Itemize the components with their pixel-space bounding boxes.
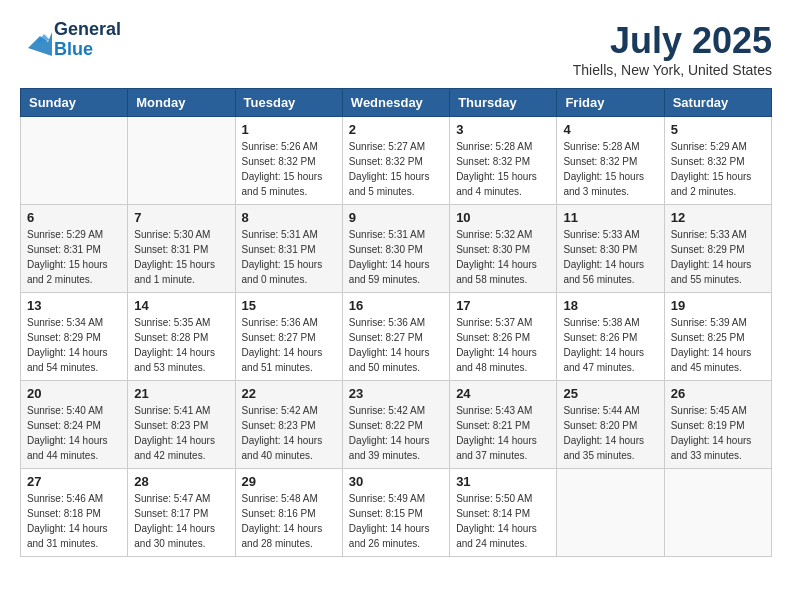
day-info: Sunrise: 5:30 AMSunset: 8:31 PMDaylight:…: [134, 227, 228, 287]
day-info: Sunrise: 5:37 AMSunset: 8:26 PMDaylight:…: [456, 315, 550, 375]
day-number: 18: [563, 298, 657, 313]
day-number: 1: [242, 122, 336, 137]
logo-general-text: General: [54, 20, 121, 40]
day-info: Sunrise: 5:31 AMSunset: 8:30 PMDaylight:…: [349, 227, 443, 287]
day-info: Sunrise: 5:39 AMSunset: 8:25 PMDaylight:…: [671, 315, 765, 375]
calendar-cell: 14Sunrise: 5:35 AMSunset: 8:28 PMDayligh…: [128, 293, 235, 381]
calendar-cell: 26Sunrise: 5:45 AMSunset: 8:19 PMDayligh…: [664, 381, 771, 469]
logo-name: General Blue: [54, 20, 121, 60]
day-info: Sunrise: 5:49 AMSunset: 8:15 PMDaylight:…: [349, 491, 443, 551]
day-number: 16: [349, 298, 443, 313]
main-title: July 2025: [573, 20, 772, 62]
calendar-cell: 4Sunrise: 5:28 AMSunset: 8:32 PMDaylight…: [557, 117, 664, 205]
day-number: 15: [242, 298, 336, 313]
day-info: Sunrise: 5:38 AMSunset: 8:26 PMDaylight:…: [563, 315, 657, 375]
calendar-cell: [664, 469, 771, 557]
calendar-cell: [21, 117, 128, 205]
day-info: Sunrise: 5:33 AMSunset: 8:30 PMDaylight:…: [563, 227, 657, 287]
page-header: General Blue July 2025 Thiells, New York…: [20, 20, 772, 78]
calendar-week-row: 6Sunrise: 5:29 AMSunset: 8:31 PMDaylight…: [21, 205, 772, 293]
calendar-cell: 7Sunrise: 5:30 AMSunset: 8:31 PMDaylight…: [128, 205, 235, 293]
day-number: 23: [349, 386, 443, 401]
day-info: Sunrise: 5:34 AMSunset: 8:29 PMDaylight:…: [27, 315, 121, 375]
calendar-cell: 24Sunrise: 5:43 AMSunset: 8:21 PMDayligh…: [450, 381, 557, 469]
day-of-week-header: Friday: [557, 89, 664, 117]
day-info: Sunrise: 5:47 AMSunset: 8:17 PMDaylight:…: [134, 491, 228, 551]
logo: General Blue: [20, 20, 121, 60]
calendar-cell: [557, 469, 664, 557]
day-number: 2: [349, 122, 443, 137]
days-of-week-row: SundayMondayTuesdayWednesdayThursdayFrid…: [21, 89, 772, 117]
calendar-body: 1Sunrise: 5:26 AMSunset: 8:32 PMDaylight…: [21, 117, 772, 557]
day-info: Sunrise: 5:41 AMSunset: 8:23 PMDaylight:…: [134, 403, 228, 463]
calendar-cell: 22Sunrise: 5:42 AMSunset: 8:23 PMDayligh…: [235, 381, 342, 469]
calendar-cell: 11Sunrise: 5:33 AMSunset: 8:30 PMDayligh…: [557, 205, 664, 293]
day-of-week-header: Tuesday: [235, 89, 342, 117]
day-info: Sunrise: 5:29 AMSunset: 8:32 PMDaylight:…: [671, 139, 765, 199]
calendar-header: SundayMondayTuesdayWednesdayThursdayFrid…: [21, 89, 772, 117]
calendar-cell: 10Sunrise: 5:32 AMSunset: 8:30 PMDayligh…: [450, 205, 557, 293]
day-info: Sunrise: 5:31 AMSunset: 8:31 PMDaylight:…: [242, 227, 336, 287]
calendar-cell: 17Sunrise: 5:37 AMSunset: 8:26 PMDayligh…: [450, 293, 557, 381]
day-info: Sunrise: 5:28 AMSunset: 8:32 PMDaylight:…: [456, 139, 550, 199]
day-number: 11: [563, 210, 657, 225]
day-info: Sunrise: 5:26 AMSunset: 8:32 PMDaylight:…: [242, 139, 336, 199]
calendar-cell: 12Sunrise: 5:33 AMSunset: 8:29 PMDayligh…: [664, 205, 771, 293]
calendar-cell: 27Sunrise: 5:46 AMSunset: 8:18 PMDayligh…: [21, 469, 128, 557]
day-number: 24: [456, 386, 550, 401]
logo-blue-text: Blue: [54, 40, 121, 60]
day-of-week-header: Sunday: [21, 89, 128, 117]
day-info: Sunrise: 5:40 AMSunset: 8:24 PMDaylight:…: [27, 403, 121, 463]
day-info: Sunrise: 5:27 AMSunset: 8:32 PMDaylight:…: [349, 139, 443, 199]
day-number: 10: [456, 210, 550, 225]
calendar-week-row: 1Sunrise: 5:26 AMSunset: 8:32 PMDaylight…: [21, 117, 772, 205]
calendar-cell: [128, 117, 235, 205]
day-info: Sunrise: 5:50 AMSunset: 8:14 PMDaylight:…: [456, 491, 550, 551]
calendar-cell: 29Sunrise: 5:48 AMSunset: 8:16 PMDayligh…: [235, 469, 342, 557]
day-number: 29: [242, 474, 336, 489]
day-number: 27: [27, 474, 121, 489]
day-number: 6: [27, 210, 121, 225]
calendar-week-row: 27Sunrise: 5:46 AMSunset: 8:18 PMDayligh…: [21, 469, 772, 557]
day-info: Sunrise: 5:36 AMSunset: 8:27 PMDaylight:…: [242, 315, 336, 375]
calendar-table: SundayMondayTuesdayWednesdayThursdayFrid…: [20, 88, 772, 557]
title-block: July 2025 Thiells, New York, United Stat…: [573, 20, 772, 78]
calendar-cell: 25Sunrise: 5:44 AMSunset: 8:20 PMDayligh…: [557, 381, 664, 469]
day-number: 7: [134, 210, 228, 225]
day-number: 25: [563, 386, 657, 401]
day-number: 17: [456, 298, 550, 313]
calendar-cell: 30Sunrise: 5:49 AMSunset: 8:15 PMDayligh…: [342, 469, 449, 557]
calendar-cell: 3Sunrise: 5:28 AMSunset: 8:32 PMDaylight…: [450, 117, 557, 205]
calendar-cell: 18Sunrise: 5:38 AMSunset: 8:26 PMDayligh…: [557, 293, 664, 381]
day-number: 12: [671, 210, 765, 225]
day-number: 22: [242, 386, 336, 401]
day-info: Sunrise: 5:32 AMSunset: 8:30 PMDaylight:…: [456, 227, 550, 287]
calendar-week-row: 13Sunrise: 5:34 AMSunset: 8:29 PMDayligh…: [21, 293, 772, 381]
day-info: Sunrise: 5:33 AMSunset: 8:29 PMDaylight:…: [671, 227, 765, 287]
day-info: Sunrise: 5:45 AMSunset: 8:19 PMDaylight:…: [671, 403, 765, 463]
calendar-cell: 28Sunrise: 5:47 AMSunset: 8:17 PMDayligh…: [128, 469, 235, 557]
svg-marker-0: [28, 32, 52, 56]
calendar-cell: 20Sunrise: 5:40 AMSunset: 8:24 PMDayligh…: [21, 381, 128, 469]
day-info: Sunrise: 5:29 AMSunset: 8:31 PMDaylight:…: [27, 227, 121, 287]
calendar-week-row: 20Sunrise: 5:40 AMSunset: 8:24 PMDayligh…: [21, 381, 772, 469]
calendar-cell: 13Sunrise: 5:34 AMSunset: 8:29 PMDayligh…: [21, 293, 128, 381]
day-number: 5: [671, 122, 765, 137]
day-number: 20: [27, 386, 121, 401]
day-number: 3: [456, 122, 550, 137]
day-number: 26: [671, 386, 765, 401]
calendar-cell: 21Sunrise: 5:41 AMSunset: 8:23 PMDayligh…: [128, 381, 235, 469]
day-of-week-header: Thursday: [450, 89, 557, 117]
day-info: Sunrise: 5:42 AMSunset: 8:22 PMDaylight:…: [349, 403, 443, 463]
day-number: 14: [134, 298, 228, 313]
day-number: 9: [349, 210, 443, 225]
calendar-cell: 9Sunrise: 5:31 AMSunset: 8:30 PMDaylight…: [342, 205, 449, 293]
calendar-cell: 19Sunrise: 5:39 AMSunset: 8:25 PMDayligh…: [664, 293, 771, 381]
day-number: 30: [349, 474, 443, 489]
day-of-week-header: Wednesday: [342, 89, 449, 117]
calendar-cell: 15Sunrise: 5:36 AMSunset: 8:27 PMDayligh…: [235, 293, 342, 381]
day-of-week-header: Saturday: [664, 89, 771, 117]
day-number: 31: [456, 474, 550, 489]
day-info: Sunrise: 5:43 AMSunset: 8:21 PMDaylight:…: [456, 403, 550, 463]
calendar-cell: 16Sunrise: 5:36 AMSunset: 8:27 PMDayligh…: [342, 293, 449, 381]
